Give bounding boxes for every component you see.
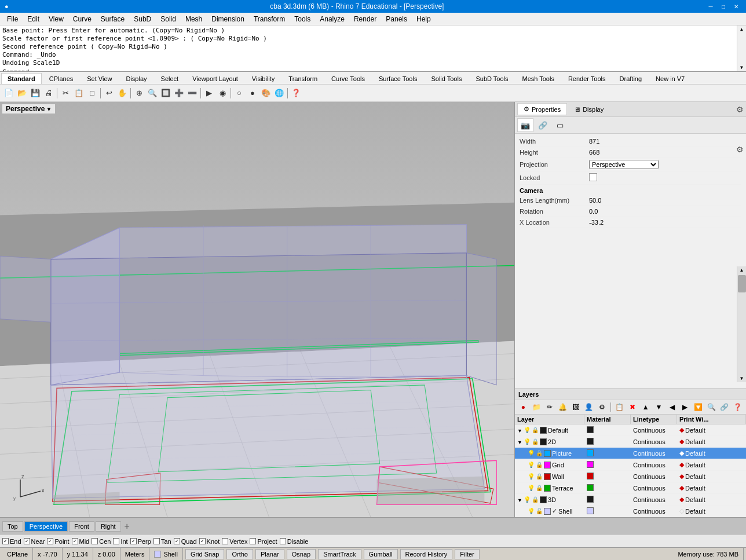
toolbar-tab-viewportlayout[interactable]: Viewport Layout (186, 73, 244, 84)
tab-display[interactable]: 🖥 Display (568, 104, 609, 115)
panel-settings-icon[interactable]: ⚙ (736, 105, 744, 114)
layer-btn-edit[interactable]: ✏ (543, 401, 555, 413)
layer-btn-new[interactable]: ● (517, 401, 529, 413)
layer-material-color[interactable] (587, 507, 594, 514)
snap-checkbox-disable[interactable] (280, 538, 286, 544)
layer-material-color[interactable] (587, 461, 594, 468)
menu-file[interactable]: File (2, 14, 23, 24)
scroll-down-arrow[interactable]: ▼ (737, 375, 746, 382)
status-btn-smarttrack[interactable]: SmartTrack (318, 549, 361, 559)
layer-btn-down[interactable]: ▼ (653, 401, 665, 413)
tb-zoom-win[interactable]: 🔲 (159, 87, 172, 100)
tb-new[interactable]: 📄 (2, 87, 15, 100)
viewport[interactable]: Perspective ▼ (0, 102, 514, 517)
layer-color-swatch[interactable] (544, 462, 551, 469)
snap-checkbox-perp[interactable] (130, 538, 137, 544)
layer-row[interactable]: ▼💡🔒DefaultContinuous◆Default (515, 424, 746, 436)
cmd-scroll-up[interactable]: ▲ (737, 25, 746, 33)
minimize-button[interactable]: ─ (705, 2, 716, 10)
layer-btn-settings[interactable]: ⚙ (596, 401, 608, 413)
layer-row[interactable]: 💡🔓✓ShellContinuous◇Default (515, 506, 746, 517)
tb-open[interactable]: 📂 (16, 87, 28, 100)
menu-panels[interactable]: Panels (381, 14, 412, 24)
scroll-up-arrow[interactable]: ▲ (737, 266, 746, 274)
layer-visibility-icon[interactable]: 💡 (528, 485, 535, 491)
toolbar-tab-meshtools[interactable]: Mesh Tools (515, 73, 560, 84)
menu-edit[interactable]: Edit (23, 14, 44, 24)
close-button[interactable]: ✕ (731, 2, 741, 10)
snap-cen[interactable]: Cen (92, 538, 111, 545)
snap-checkbox-knot[interactable] (199, 538, 206, 544)
snap-checkbox-project[interactable] (250, 538, 256, 544)
tb-raytrace[interactable]: ◉ (216, 87, 229, 100)
tb-zoom-in[interactable]: ➕ (173, 87, 185, 100)
layer-btn-delete[interactable]: ✖ (627, 401, 639, 413)
cmd-scroll-down[interactable]: ▼ (737, 64, 746, 71)
snap-end[interactable]: End (2, 538, 21, 545)
snap-mid[interactable]: Mid (72, 538, 90, 545)
tb-zoom-out[interactable]: ➖ (186, 87, 199, 100)
layer-btn-search[interactable]: 🔍 (705, 401, 718, 413)
layer-visibility-icon[interactable]: 💡 (528, 450, 535, 456)
layer-expand[interactable]: ▼ (517, 440, 522, 445)
snap-checkbox-tan[interactable] (153, 538, 160, 544)
menu-subd[interactable]: SubD (129, 14, 156, 24)
toolbar-tab-subdtools[interactable]: SubD Tools (469, 73, 514, 84)
viewport-label[interactable]: Perspective ▼ (2, 104, 55, 114)
layer-row[interactable]: 💡🔒GridContinuous◆Default (515, 459, 746, 471)
layer-visibility-icon[interactable]: 💡 (524, 438, 531, 445)
toolbar-tab-newinv7[interactable]: New in V7 (649, 73, 691, 84)
status-btn-ortho[interactable]: Ortho (226, 549, 253, 559)
tb-paste[interactable]: □ (86, 87, 98, 100)
layer-color-swatch[interactable] (540, 427, 547, 434)
layer-row[interactable]: 💡🔒TerraceContinuous◆Default (515, 482, 746, 494)
snap-checkbox-end[interactable] (2, 538, 9, 544)
right-scrollbar[interactable]: ▲ ▼ (737, 266, 746, 382)
layer-lock-icon[interactable]: 🔒 (536, 473, 543, 480)
snap-point[interactable]: Point (47, 538, 69, 545)
viewport-top[interactable]: Top (2, 521, 23, 532)
layer-row[interactable]: ▼💡🔒3DContinuous◆Default (515, 494, 746, 506)
menu-dimension[interactable]: Dimension (207, 14, 249, 24)
viewport-right[interactable]: Right (96, 521, 121, 532)
tb-copy[interactable]: 📋 (72, 87, 85, 100)
layer-btn-right[interactable]: ▶ (679, 401, 691, 413)
tb-circle[interactable]: ○ (233, 87, 246, 100)
layer-btn-link[interactable]: 🔗 (718, 401, 730, 413)
snap-checkbox-near[interactable] (24, 538, 30, 544)
layer-btn-copy[interactable]: 📋 (613, 401, 626, 413)
snap-disable[interactable]: Disable (280, 538, 309, 545)
viewport-front[interactable]: Front (69, 521, 94, 532)
layer-expand[interactable]: ▼ (517, 428, 522, 434)
layer-visibility-icon[interactable]: 💡 (524, 496, 531, 503)
tb-zoom-ext[interactable]: ⊕ (133, 87, 145, 100)
layer-btn-help[interactable]: ❓ (732, 401, 744, 413)
layer-visibility-icon[interactable]: 💡 (528, 462, 535, 468)
status-btn-recordhistory[interactable]: Record History (400, 549, 453, 559)
status-btn-filter[interactable]: Filter (455, 549, 479, 559)
layer-material-color[interactable] (587, 426, 594, 433)
layer-lock-icon[interactable]: 🔒 (536, 462, 543, 468)
layer-material-color[interactable] (587, 496, 594, 503)
snap-perp[interactable]: Perp (130, 538, 151, 545)
layer-color-swatch[interactable] (154, 551, 161, 558)
tb-undo[interactable]: ↩ (103, 87, 115, 100)
toolbar-tab-standard[interactable]: Standard (1, 73, 42, 84)
toolbar-tab-drafting[interactable]: Drafting (613, 73, 649, 84)
layer-row[interactable]: 💡🔒PictureContinuous◆Default (515, 448, 746, 459)
layer-material-color[interactable] (587, 484, 594, 491)
tb-render[interactable]: ▶ (203, 87, 215, 100)
layer-btn-image[interactable]: 🖼 (570, 401, 582, 413)
tb-zoom-sel[interactable]: 🔍 (146, 87, 159, 100)
layer-lock-icon[interactable]: 🔒 (532, 427, 539, 433)
layer-material-color[interactable] (587, 449, 594, 456)
snap-tan[interactable]: Tan (153, 538, 171, 545)
layer-color-swatch[interactable] (540, 496, 547, 503)
layer-lock-icon[interactable]: 🔒 (532, 496, 539, 503)
locked-checkbox[interactable] (589, 173, 597, 181)
viewport-perspective[interactable]: Perspective (24, 521, 68, 532)
layer-color-swatch[interactable] (544, 508, 551, 515)
tb-sphere[interactable]: ● (246, 87, 259, 100)
tb-save[interactable]: 💾 (29, 87, 42, 100)
status-btn-planar[interactable]: Planar (255, 549, 284, 559)
